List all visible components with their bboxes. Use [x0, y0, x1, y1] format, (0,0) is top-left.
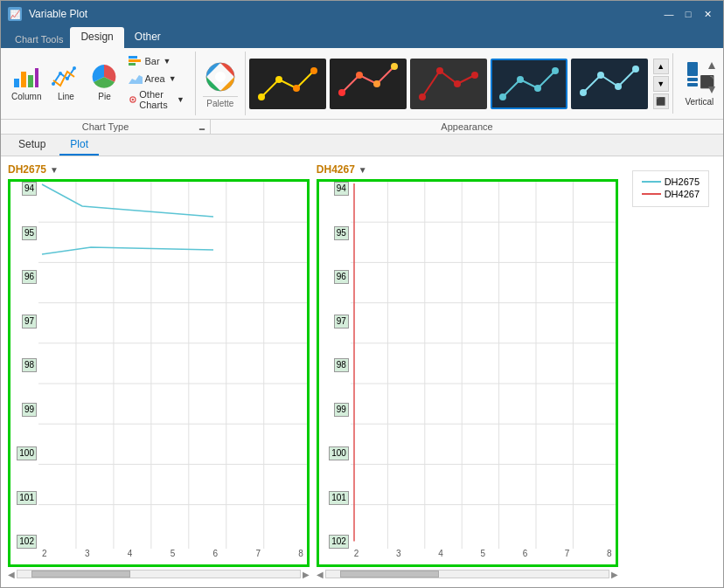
svg-point-22	[373, 80, 380, 87]
hscroll-left-DH2675[interactable]: ◀	[8, 570, 15, 579]
chart-DH2675-header: DH2675 ▼	[8, 163, 310, 179]
y-label-98: 98	[22, 358, 37, 372]
scroll-expand-button[interactable]: ⬛	[653, 93, 669, 109]
svg-point-15	[215, 72, 226, 82]
chart-DH4267-svg	[351, 182, 616, 549]
hscroll-right-DH4267[interactable]: ▶	[611, 570, 618, 579]
chart-styles-list	[249, 59, 648, 109]
x-label-2: 2	[42, 549, 47, 564]
y-label-95: 95	[22, 226, 37, 240]
tab-design[interactable]: Design	[70, 27, 123, 48]
hscroll-thumb-DH2675[interactable]	[31, 571, 130, 578]
hscroll-track-DH2675[interactable]	[17, 570, 301, 578]
y-label-99: 99	[22, 403, 37, 417]
pie-chart-button[interactable]: Pie	[87, 61, 122, 103]
legend-box: DH2675 DH4267	[632, 170, 709, 207]
svg-point-7	[73, 66, 76, 70]
hscroll-right-DH2675[interactable]: ▶	[303, 570, 310, 579]
svg-rect-9	[129, 59, 141, 62]
hscroll-thumb-DH4267[interactable]	[340, 571, 439, 578]
y-label-97: 97	[22, 315, 37, 329]
hscroll-track-DH4267[interactable]	[325, 570, 609, 578]
hscroll-DH2675: ◀ ▶	[8, 568, 310, 580]
chart-style-3[interactable]	[410, 59, 487, 109]
svg-point-21	[356, 72, 363, 79]
style5-preview	[574, 62, 644, 106]
palette-button[interactable]	[203, 59, 238, 94]
chart-DH4267: DH4267 ▼ 94 95 96 97 98 99	[317, 163, 618, 580]
svg-point-18	[293, 85, 300, 92]
chart-DH2675-dropdown[interactable]: ▼	[50, 165, 59, 175]
vertical-button[interactable]: ⬛ Vertical	[680, 57, 719, 110]
minimize-button[interactable]: —	[660, 5, 678, 23]
x-label-6: 6	[213, 549, 219, 564]
other-charts-button[interactable]: Other Charts ▼	[125, 88, 187, 111]
svg-point-31	[552, 67, 559, 74]
chart-style-5[interactable]	[571, 59, 648, 109]
x2-label-7: 7	[565, 549, 570, 564]
tab-bar: Setup Plot	[1, 135, 723, 156]
chart-DH2675-wrapper: 94 95 96 97 98 99 100 101 102	[8, 179, 310, 567]
bar-chart-button[interactable]: Bar ▼	[125, 53, 187, 69]
line-chart-button[interactable]: Line	[48, 61, 83, 103]
other-charts-dropdown-icon[interactable]: ▼	[177, 95, 184, 104]
charts-row: DH2675 ▼ 94 95 96 97 98 99	[8, 163, 716, 580]
scroll-up-button[interactable]: ▲	[653, 59, 669, 74]
y-label-96: 96	[22, 270, 37, 284]
app-icon: 📈	[8, 7, 22, 21]
svg-point-34	[615, 83, 622, 90]
hscroll-left-DH4267[interactable]: ◀	[317, 570, 324, 579]
ribbon-tabs-bar: Chart Tools Design Other	[1, 27, 723, 48]
svg-rect-10	[129, 63, 136, 66]
y2-label-102: 102	[329, 535, 349, 549]
style3-preview	[414, 62, 484, 106]
scroll-down-button[interactable]: ▼	[653, 76, 669, 92]
bar-label: Bar	[144, 56, 159, 66]
tab-plot[interactable]: Plot	[59, 135, 99, 156]
maximize-button[interactable]: □	[679, 5, 697, 23]
collapse-button[interactable]: 🗕	[198, 122, 206, 132]
area-dropdown-icon[interactable]: ▼	[169, 74, 177, 83]
vertical-label: Vertical	[685, 97, 714, 107]
palette-icon-svg	[203, 59, 238, 94]
chart-style-2[interactable]	[330, 59, 407, 109]
bar-dropdown-icon[interactable]: ▼	[164, 57, 171, 66]
chart-style-4[interactable]	[491, 59, 567, 109]
svg-marker-40	[708, 62, 715, 69]
x2-label-6: 6	[523, 549, 528, 564]
chart-DH4267-dropdown[interactable]: ▼	[359, 165, 367, 175]
other-charts-label: Other Charts	[139, 89, 173, 110]
x2-label-5: 5	[480, 549, 485, 564]
svg-point-35	[632, 66, 639, 73]
legend-line-DH2675	[642, 181, 661, 183]
chart-style-1[interactable]	[249, 59, 326, 109]
x-label-3: 3	[85, 549, 90, 564]
area-chart-button[interactable]: Area ▼	[125, 71, 187, 86]
y-label-101: 101	[17, 491, 37, 505]
y2-label-101: 101	[329, 491, 349, 505]
svg-rect-2	[28, 75, 33, 87]
svg-point-24	[419, 93, 426, 100]
svg-point-20	[338, 89, 345, 96]
chart-DH4267-wrapper: 94 95 96 97 98 99 100 101 102	[317, 179, 618, 567]
pie-icon	[90, 63, 118, 91]
column-chart-button[interactable]: Column	[8, 61, 45, 103]
y2-label-94: 94	[334, 182, 349, 196]
svg-point-17	[275, 76, 282, 83]
x-label-5: 5	[171, 549, 176, 564]
legend-item-DH2675: DH2675	[642, 176, 700, 187]
close-button[interactable]: ✕	[699, 5, 716, 23]
tab-other[interactable]: Other	[124, 27, 171, 48]
chart-small-items: Bar ▼ Area ▼	[125, 53, 187, 111]
y2-label-96: 96	[334, 270, 349, 284]
chart-type-icons: Column Line	[8, 53, 188, 111]
svg-rect-37	[687, 78, 698, 81]
legend-item-DH4267: DH4267	[642, 189, 700, 199]
y2-label-100: 100	[329, 446, 349, 460]
ribbon-content: Column Line	[1, 48, 723, 120]
legend-line-DH4267	[642, 193, 661, 195]
y2-label-95: 95	[334, 226, 349, 240]
tab-setup[interactable]: Setup	[8, 135, 56, 156]
y-label-102: 102	[17, 535, 37, 549]
svg-point-4	[52, 82, 55, 86]
